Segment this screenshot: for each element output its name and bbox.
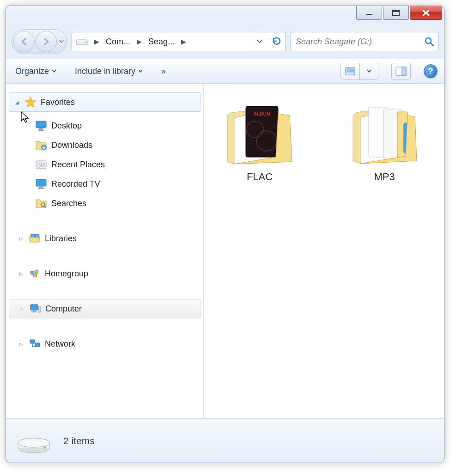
tree-label: Downloads bbox=[51, 140, 92, 150]
navigation-pane: ◢ Favorites Desktop bbox=[6, 84, 204, 418]
search-input[interactable] bbox=[295, 37, 424, 47]
tree-label: Network bbox=[45, 339, 75, 349]
nav-row: ▶ Com... ▶ Seag... ▶ bbox=[6, 27, 444, 59]
maximize-button[interactable] bbox=[383, 6, 409, 20]
tree-favorites[interactable]: ◢ Favorites bbox=[9, 92, 201, 112]
svg-point-29 bbox=[30, 271, 34, 275]
computer-icon bbox=[29, 302, 42, 315]
svg-rect-2 bbox=[393, 10, 399, 12]
svg-rect-23 bbox=[38, 188, 44, 189]
forward-button[interactable] bbox=[36, 31, 57, 52]
address-dropdown[interactable] bbox=[253, 32, 266, 51]
libraries-icon bbox=[28, 232, 41, 245]
tree-libraries[interactable]: ▷ Libraries bbox=[9, 229, 201, 248]
svg-point-30 bbox=[35, 270, 38, 274]
explorer-window: ▶ Com... ▶ Seag... ▶ bbox=[6, 6, 444, 463]
search-icon bbox=[424, 37, 434, 47]
include-in-library-button[interactable]: Include in library bbox=[72, 62, 146, 80]
tree-label: Homegroup bbox=[45, 269, 88, 279]
breadcrumb-label: Com... bbox=[106, 37, 130, 47]
tree-computer[interactable]: ▷ Computer bbox=[9, 299, 201, 318]
svg-rect-8 bbox=[346, 68, 354, 73]
refresh-button[interactable] bbox=[266, 32, 286, 51]
chevron-down-icon bbox=[59, 40, 64, 43]
folder-icon: ALBUM bbox=[223, 97, 297, 166]
svg-rect-35 bbox=[38, 306, 41, 312]
tree-label: Libraries bbox=[45, 234, 77, 244]
help-button[interactable]: ? bbox=[424, 64, 438, 78]
monitor-icon bbox=[35, 177, 48, 190]
svg-rect-27 bbox=[31, 234, 35, 237]
svg-point-31 bbox=[33, 274, 37, 277]
view-dropdown-button[interactable] bbox=[359, 63, 378, 79]
svg-rect-28 bbox=[35, 234, 39, 237]
tree-item-downloads[interactable]: Downloads bbox=[9, 135, 201, 155]
svg-rect-36 bbox=[30, 340, 35, 343]
tree-label: Recorded TV bbox=[51, 179, 100, 189]
tree-label: Searches bbox=[51, 199, 86, 208]
expand-toggle[interactable]: ▷ bbox=[18, 271, 24, 276]
view-icons-button[interactable] bbox=[341, 63, 359, 79]
breadcrumb-item[interactable]: Seag... bbox=[145, 32, 178, 51]
status-text: 2 items bbox=[63, 435, 95, 446]
tree-item-desktop[interactable]: Desktop bbox=[9, 116, 201, 135]
address-bar[interactable]: ▶ Com... ▶ Seag... ▶ bbox=[72, 32, 266, 51]
view-selector bbox=[340, 63, 378, 79]
expand-toggle[interactable]: ▷ bbox=[18, 306, 25, 311]
refresh-icon bbox=[271, 37, 281, 47]
folder-label: MP3 bbox=[374, 171, 395, 183]
tree-homegroup[interactable]: ▷ Homegroup bbox=[9, 264, 201, 283]
svg-rect-20 bbox=[43, 166, 45, 167]
svg-rect-19 bbox=[43, 165, 45, 165]
expand-toggle[interactable]: ▷ bbox=[18, 342, 24, 347]
back-button[interactable] bbox=[13, 31, 35, 52]
chevron-down-icon bbox=[52, 69, 56, 73]
close-button[interactable] bbox=[410, 6, 442, 20]
help-icon: ? bbox=[428, 67, 433, 76]
tree-label: Recent Places bbox=[51, 160, 105, 170]
breadcrumb-item[interactable]: Com... bbox=[102, 32, 134, 51]
star-icon bbox=[24, 96, 37, 109]
nav-history-dropdown[interactable] bbox=[57, 40, 66, 43]
svg-rect-33 bbox=[33, 311, 36, 311]
svg-point-47 bbox=[18, 438, 49, 447]
folder-icon bbox=[347, 97, 421, 166]
svg-rect-0 bbox=[366, 14, 372, 15]
tree-item-recorded-tv[interactable]: Recorded TV bbox=[9, 174, 201, 194]
tree-label: Computer bbox=[45, 304, 82, 314]
svg-text:ALBUM: ALBUM bbox=[254, 111, 270, 116]
folder-item-mp3[interactable]: MP3 bbox=[340, 97, 428, 183]
minimize-button[interactable] bbox=[356, 6, 382, 20]
svg-rect-37 bbox=[35, 343, 40, 347]
command-bar: Organize Include in library » bbox=[6, 59, 444, 84]
chevron-down-icon bbox=[367, 69, 371, 73]
drive-icon bbox=[76, 37, 88, 46]
toolbar-overflow-button[interactable]: » bbox=[158, 62, 169, 80]
svg-rect-14 bbox=[38, 130, 44, 131]
recent-icon bbox=[35, 158, 48, 171]
expand-toggle[interactable]: ▷ bbox=[18, 236, 24, 241]
preview-pane-button[interactable] bbox=[391, 63, 411, 79]
include-in-library-label: Include in library bbox=[75, 67, 135, 76]
tree-label: Favorites bbox=[41, 98, 75, 107]
maximize-icon bbox=[392, 10, 400, 16]
tree-network[interactable]: ▷ Network bbox=[9, 334, 201, 354]
drive-icon bbox=[16, 427, 51, 455]
chevron-right-icon: ▶ bbox=[134, 38, 145, 45]
thumbnails-icon bbox=[345, 67, 355, 75]
expand-toggle[interactable]: ◢ bbox=[14, 100, 20, 105]
overflow-label: » bbox=[161, 67, 166, 76]
svg-rect-12 bbox=[36, 121, 46, 128]
svg-rect-18 bbox=[43, 163, 45, 164]
organize-button[interactable]: Organize bbox=[12, 62, 59, 80]
chevron-right-icon: ▶ bbox=[178, 38, 189, 45]
tree-item-recent-places[interactable]: Recent Places bbox=[9, 155, 201, 174]
search-box[interactable] bbox=[291, 32, 438, 51]
tree-item-searches[interactable]: Searches bbox=[9, 194, 201, 213]
breadcrumb-drive-icon[interactable] bbox=[72, 32, 91, 51]
folder-item-flac[interactable]: ALBUM FLAC bbox=[216, 97, 304, 183]
svg-rect-32 bbox=[30, 305, 38, 310]
arrow-left-icon bbox=[19, 37, 29, 46]
chevron-down-icon bbox=[138, 69, 143, 73]
titlebar bbox=[6, 6, 444, 27]
